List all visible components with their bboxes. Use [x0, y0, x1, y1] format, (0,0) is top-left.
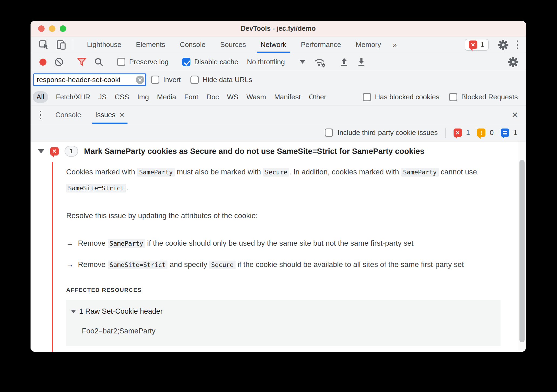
- toolbar-divider: [445, 128, 446, 138]
- has-blocked-cookies-checkbox[interactable]: [363, 93, 371, 101]
- import-har-button[interactable]: [335, 57, 353, 67]
- text-segment: cannot use: [439, 168, 477, 176]
- network-settings-button[interactable]: [504, 57, 522, 67]
- text-segment: must also be marked with: [175, 168, 263, 176]
- filter-input[interactable]: [33, 73, 146, 86]
- wifi-gear-icon: [314, 56, 326, 68]
- type-filter-manifest[interactable]: Manifest: [270, 91, 305, 103]
- tab-sources[interactable]: Sources: [213, 36, 253, 53]
- text-segment: Remove: [78, 239, 108, 247]
- clear-filter-icon[interactable]: ✕: [136, 76, 144, 84]
- text-segment: and specify: [167, 260, 209, 269]
- settings-button[interactable]: [495, 39, 512, 50]
- error-bubble-icon: ✕: [469, 40, 477, 49]
- invert-checkbox[interactable]: [151, 76, 159, 84]
- inline-code: SameSite=Strict: [66, 184, 126, 192]
- drawer-menu-button[interactable]: [31, 106, 48, 124]
- drawer-tab-issues[interactable]: Issues ✕: [88, 106, 132, 124]
- warning-count: 0: [490, 129, 494, 137]
- filter-button[interactable]: [73, 57, 90, 67]
- preserve-log-toggle[interactable]: Preserve log: [113, 58, 172, 66]
- traffic-lights: [38, 21, 66, 36]
- close-window-button[interactable]: [38, 25, 45, 32]
- text-segment: . In addition, cookies marked with: [289, 168, 401, 176]
- tab-console[interactable]: Console: [173, 36, 213, 53]
- arrow-bullet-icon: →: [66, 239, 74, 247]
- inline-code: SameParty: [108, 239, 145, 248]
- minimize-window-button[interactable]: [49, 25, 55, 32]
- include-third-party-checkbox[interactable]: [325, 129, 333, 137]
- drawer-tabbar: Console Issues ✕ ✕: [31, 106, 526, 124]
- record-icon: [39, 58, 47, 66]
- text-segment: Cookies marked with: [66, 168, 137, 176]
- type-filter-js[interactable]: JS: [94, 91, 110, 103]
- network-conditions-button[interactable]: [310, 56, 330, 68]
- search-button[interactable]: [90, 57, 107, 67]
- type-filter-font[interactable]: Font: [180, 91, 202, 103]
- expand-triangle-icon[interactable]: [38, 149, 44, 153]
- tab-elements[interactable]: Elements: [129, 36, 172, 53]
- raw-set-cookie-group[interactable]: 1 Raw Set-Cookie header: [71, 307, 492, 316]
- network-filter-row: ✕ Invert Hide data URLs: [31, 71, 526, 89]
- more-tabs-button[interactable]: »: [388, 36, 401, 53]
- tab-memory[interactable]: Memory: [348, 36, 388, 53]
- devtools-window: DevTools - jec.fyi/demo Lighthouse Eleme: [31, 21, 526, 352]
- inspect-element-button[interactable]: [35, 36, 53, 53]
- issue-severity-line: [52, 162, 53, 352]
- chevron-double-right-icon: »: [393, 40, 397, 49]
- tab-lighthouse[interactable]: Lighthouse: [80, 36, 129, 53]
- issues-counter-button[interactable]: ✕ 1: [465, 39, 489, 51]
- disable-cache-label: Disable cache: [194, 58, 238, 66]
- upload-arrow-icon: [339, 57, 349, 67]
- text-segment: Remove: [78, 260, 108, 269]
- arrow-bullet-icon: →: [66, 260, 74, 269]
- raw-set-cookie-label: 1 Raw Set-Cookie header: [79, 307, 163, 316]
- type-filter-fetch-xhr[interactable]: Fetch/XHR: [52, 91, 94, 103]
- hide-data-urls-toggle[interactable]: Hide data URLs: [186, 76, 257, 84]
- blocked-requests-toggle[interactable]: Blocked Requests: [445, 93, 522, 101]
- tab-network[interactable]: Network: [253, 36, 293, 53]
- type-filter-ws[interactable]: WS: [223, 91, 242, 103]
- type-filter-wasm[interactable]: Wasm: [242, 91, 270, 103]
- invert-toggle[interactable]: Invert: [146, 76, 186, 84]
- affected-resources-label: AFFECTED RESOURCES: [66, 287, 502, 293]
- inline-code: SameParty: [401, 168, 439, 177]
- inline-code: Secure: [263, 168, 289, 177]
- error-bubble-icon: ✕: [50, 147, 59, 156]
- device-toolbar-button[interactable]: [53, 36, 70, 53]
- export-har-button[interactable]: [353, 57, 370, 67]
- text-segment: .: [126, 184, 128, 192]
- type-filter-all[interactable]: All: [33, 91, 48, 103]
- type-filter-doc[interactable]: Doc: [202, 91, 223, 103]
- type-filter-img[interactable]: Img: [133, 91, 153, 103]
- scrollbar-thumb[interactable]: [519, 160, 525, 342]
- disable-cache-checkbox[interactable]: [182, 58, 190, 66]
- disable-cache-toggle[interactable]: Disable cache: [178, 58, 242, 66]
- type-filter-css[interactable]: CSS: [110, 91, 133, 103]
- drawer-tab-console[interactable]: Console: [48, 106, 88, 124]
- include-third-party-label: Include third-party cookie issues: [337, 129, 438, 137]
- filter-funnel-icon: [77, 57, 87, 67]
- type-filter-media[interactable]: Media: [153, 91, 180, 103]
- close-issues-tab-icon[interactable]: ✕: [119, 112, 125, 118]
- issue-description: Cookies marked with SameParty must also …: [66, 164, 502, 273]
- type-filter-other[interactable]: Other: [305, 91, 330, 103]
- has-blocked-cookies-toggle[interactable]: Has blocked cookies: [359, 93, 443, 101]
- close-drawer-icon[interactable]: ✕: [508, 110, 522, 120]
- preserve-log-checkbox[interactable]: [117, 58, 125, 66]
- window-titlebar[interactable]: DevTools - jec.fyi/demo: [31, 21, 526, 36]
- error-bubble-icon: ✕: [454, 129, 462, 137]
- record-button[interactable]: [35, 58, 51, 66]
- clear-button[interactable]: [51, 57, 67, 67]
- resource-type-filters: All Fetch/XHR JS CSS Img Media Font Doc …: [31, 89, 526, 106]
- scrollbar[interactable]: [518, 141, 526, 352]
- main-menu-button[interactable]: [512, 40, 523, 49]
- hide-data-urls-checkbox[interactable]: [190, 76, 199, 84]
- download-arrow-icon: [356, 57, 367, 67]
- include-third-party-toggle[interactable]: Include third-party cookie issues: [325, 129, 438, 137]
- tab-performance[interactable]: Performance: [294, 36, 348, 53]
- issue-header-row[interactable]: ✕ 1 Mark SameParty cookies as Secure and…: [31, 141, 526, 159]
- fullscreen-window-button[interactable]: [60, 25, 66, 32]
- blocked-requests-checkbox[interactable]: [449, 93, 457, 101]
- throttling-select[interactable]: No throttling: [242, 58, 310, 66]
